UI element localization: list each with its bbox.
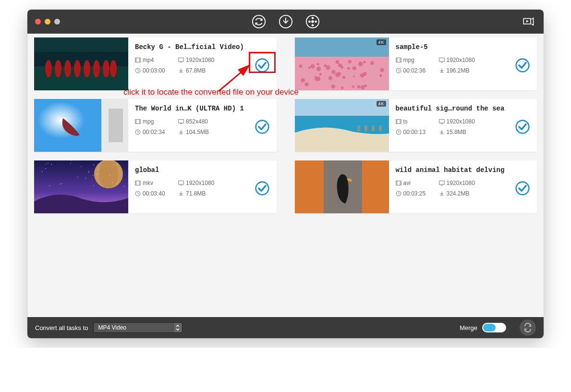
svg-point-7 [308, 21, 311, 23]
fourk-badge: 4K [377, 39, 386, 45]
svg-point-69 [335, 73, 340, 77]
minimize-window-button[interactable] [45, 19, 50, 24]
locate-file-button[interactable] [255, 58, 270, 73]
svg-point-134 [51, 164, 52, 165]
svg-point-45 [301, 78, 305, 83]
close-window-button[interactable] [35, 19, 41, 24]
resolution-meta: 852x480 [178, 118, 231, 125]
svg-point-11 [45, 60, 52, 77]
svg-point-52 [331, 85, 335, 88]
locate-file-button[interactable] [255, 181, 270, 196]
svg-point-148 [46, 164, 47, 165]
video-title: sample-5 [396, 43, 531, 51]
svg-point-62 [340, 86, 343, 89]
duration-meta: 00:02:34 [135, 129, 178, 135]
video-card[interactable]: The World in…K (ULTRA HD) 1 mpg 852x480 … [34, 99, 277, 152]
bottombar: Convert all tasks to MP4 Video Merge [27, 317, 544, 338]
svg-point-63 [328, 76, 331, 79]
video-thumbnail[interactable]: 4K [295, 99, 389, 152]
fourk-badge: 4K [377, 101, 386, 107]
svg-point-14 [74, 60, 81, 77]
svg-rect-33 [295, 37, 389, 57]
output-format-value: MP4 Video [98, 324, 126, 331]
video-card[interactable]: Becky G - Bel…ficial Video) mp4 1920x108… [34, 37, 277, 90]
media-tab-icon[interactable] [305, 14, 320, 29]
locate-file-button[interactable] [515, 181, 530, 196]
svg-point-6 [311, 24, 314, 26]
svg-rect-90 [109, 109, 123, 142]
video-thumbnail[interactable] [295, 160, 389, 213]
duration-meta: 00:03:25 [396, 190, 439, 197]
video-card[interactable]: global mkv 1920x1080 00:03:40 71.8MB [34, 160, 277, 213]
svg-point-56 [324, 64, 327, 67]
size-meta: 67.8MB [178, 67, 231, 74]
svg-point-4 [311, 17, 314, 19]
svg-point-0 [252, 15, 265, 28]
locate-file-button[interactable] [515, 58, 530, 73]
format-meta: ts [396, 118, 439, 125]
video-title: global [135, 166, 270, 174]
svg-rect-106 [357, 125, 360, 131]
start-convert-button[interactable] [520, 319, 536, 336]
video-card[interactable]: 4K sample-5 mpg 1920x1080 00:02:36 196.2… [295, 37, 537, 90]
svg-rect-100 [179, 120, 184, 123]
svg-point-51 [348, 60, 351, 63]
size-meta: 324.2MB [439, 190, 492, 197]
download-tab-icon[interactable] [278, 14, 293, 29]
locate-file-button[interactable] [515, 119, 530, 135]
format-meta: mp4 [135, 57, 178, 63]
svg-point-66 [379, 74, 382, 77]
locate-file-button[interactable] [255, 119, 270, 135]
svg-point-135 [77, 177, 78, 178]
output-format-select[interactable]: MP4 Video [93, 322, 182, 333]
svg-point-137 [113, 164, 114, 165]
svg-point-57 [370, 61, 374, 65]
content-area: Becky G - Bel…ficial Video) mp4 1920x108… [27, 34, 544, 317]
svg-point-49 [338, 63, 341, 67]
svg-rect-34 [295, 57, 389, 90]
svg-rect-29 [179, 58, 184, 62]
svg-point-68 [360, 85, 364, 89]
svg-rect-84 [439, 58, 444, 62]
svg-point-74 [352, 66, 356, 71]
svg-point-3 [311, 20, 314, 23]
media-library-icon[interactable] [521, 14, 536, 29]
svg-rect-104 [295, 99, 389, 116]
svg-point-47 [357, 86, 360, 89]
video-thumbnail[interactable] [34, 37, 128, 90]
svg-point-138 [42, 172, 43, 172]
zoom-window-button[interactable] [54, 19, 60, 24]
svg-point-5 [315, 21, 317, 23]
video-card[interactable]: 4K beautiful sig…round the sea ts 1920x1… [295, 99, 537, 152]
convert-tab-icon[interactable] [251, 14, 267, 29]
video-thumbnail[interactable] [34, 160, 128, 213]
svg-point-150 [98, 169, 99, 170]
duration-meta: 00:03:40 [135, 190, 178, 197]
svg-rect-19 [34, 37, 128, 52]
video-title: The World in…K (ULTRA HD) 1 [135, 105, 270, 112]
video-title: beautiful sig…round the sea [396, 105, 531, 112]
svg-point-42 [310, 64, 315, 69]
merge-toggle[interactable] [482, 323, 506, 332]
svg-point-149 [93, 175, 94, 176]
duration-meta: 00:00:13 [396, 129, 439, 135]
svg-point-146 [48, 163, 49, 164]
resolution-meta: 1920x1080 [439, 118, 492, 125]
svg-point-128 [93, 164, 94, 165]
svg-point-50 [319, 73, 321, 75]
window-controls [35, 19, 60, 24]
svg-point-15 [84, 60, 90, 77]
video-thumbnail[interactable] [34, 99, 128, 152]
svg-point-72 [342, 76, 345, 79]
svg-point-73 [316, 63, 319, 65]
format-meta: mpg [135, 118, 178, 125]
resolution-meta: 1920x1080 [439, 180, 492, 186]
svg-point-53 [358, 61, 363, 66]
svg-point-38 [363, 61, 366, 63]
size-meta: 71.8MB [178, 190, 231, 197]
video-info: Becky G - Bel…ficial Video) mp4 1920x108… [128, 37, 277, 90]
svg-point-65 [380, 68, 384, 72]
svg-rect-108 [372, 125, 375, 131]
video-card[interactable]: wild animal habitat delving avi 1920x108… [295, 160, 537, 213]
video-thumbnail[interactable]: 4K [295, 37, 389, 90]
